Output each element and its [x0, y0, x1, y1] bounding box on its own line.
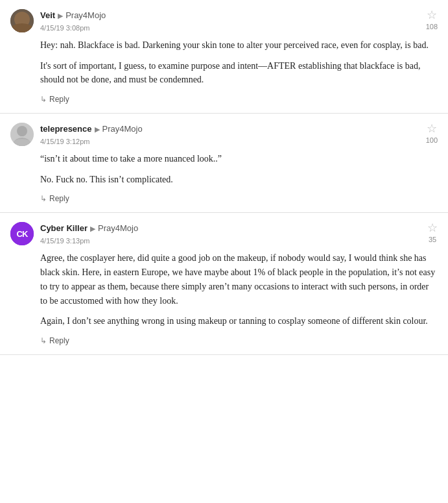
star-area: ☆108 — [426, 9, 438, 32]
comment-2: CK Cyber Killer▶Pray4Mojo4/15/19 3:13pm☆… — [0, 213, 448, 354]
star-area: ☆35 — [427, 222, 438, 245]
star-count: 35 — [429, 234, 436, 245]
reply-to-user[interactable]: Pray4Mojo — [98, 222, 138, 235]
reply-button[interactable]: ↳Reply — [40, 335, 69, 347]
reply-to-arrow-icon: ▶ — [58, 10, 63, 21]
reply-button[interactable]: ↳Reply — [40, 93, 69, 105]
reply-to-user[interactable]: Pray4Mojo — [102, 123, 143, 136]
user-info: Cyber Killer▶Pray4Mojo4/15/19 3:13pm — [40, 222, 427, 246]
comment-paragraph: Again, I don’t see anything wrong in usi… — [40, 314, 438, 328]
star-count: 100 — [426, 135, 438, 146]
comment-text: Agree, the cosplayer here, did quite a g… — [40, 251, 438, 328]
username[interactable]: Cyber Killer — [40, 222, 88, 235]
avatar — [10, 123, 34, 146]
comment-body: “isn’t it about time to take a more nuan… — [40, 152, 438, 204]
star-icon[interactable]: ☆ — [427, 222, 438, 234]
svg-point-1 — [17, 13, 27, 23]
comment-header: CK Cyber Killer▶Pray4Mojo4/15/19 3:13pm☆… — [10, 222, 438, 246]
star-icon[interactable]: ☆ — [427, 123, 437, 134]
username[interactable]: telepresence — [40, 123, 92, 136]
reply-arrow-icon: ↳ — [40, 193, 47, 204]
comment-text: “isn’t it about time to take a more nuan… — [40, 152, 438, 186]
comment-paragraph: Agree, the cosplayer here, did quite a g… — [40, 251, 438, 308]
avatar — [10, 9, 34, 32]
reply-label: Reply — [49, 93, 69, 105]
reply-button[interactable]: ↳Reply — [40, 193, 69, 204]
comment-body: Hey: nah. Blackface is bad. Darkening yo… — [40, 38, 438, 105]
timestamp: 4/15/19 3:08pm — [40, 23, 426, 34]
svg-point-2 — [13, 23, 31, 32]
user-info: Veit▶Pray4Mojo4/15/19 3:08pm — [40, 9, 426, 33]
comment-0: Veit▶Pray4Mojo4/15/19 3:08pm☆108Hey: nah… — [0, 0, 448, 114]
user-info: telepresence▶Pray4Mojo4/15/19 3:12pm — [40, 123, 426, 147]
timestamp: 4/15/19 3:13pm — [40, 236, 427, 247]
comment-text: Hey: nah. Blackface is bad. Darkening yo… — [40, 38, 438, 87]
comment-paragraph: It's sort of important, I guess, to exam… — [40, 59, 438, 87]
comment-paragraph: Hey: nah. Blackface is bad. Darkening yo… — [40, 38, 438, 53]
comment-body: Agree, the cosplayer here, did quite a g… — [40, 251, 438, 346]
reply-to-user[interactable]: Pray4Mojo — [65, 9, 106, 22]
reply-to-arrow-icon: ▶ — [90, 223, 95, 234]
comment-1: telepresence▶Pray4Mojo4/15/19 3:12pm☆100… — [0, 114, 448, 213]
reply-label: Reply — [49, 193, 69, 204]
comment-paragraph: “isn’t it about time to take a more nuan… — [40, 152, 438, 166]
avatar: CK — [10, 222, 34, 245]
reply-to-arrow-icon: ▶ — [95, 124, 100, 135]
star-count: 108 — [426, 21, 438, 32]
svg-text:CK: CK — [17, 229, 29, 239]
reply-arrow-icon: ↳ — [40, 93, 47, 105]
svg-point-4 — [18, 127, 27, 136]
svg-point-0 — [10, 9, 34, 32]
svg-point-3 — [10, 123, 34, 146]
username[interactable]: Veit — [40, 9, 55, 22]
star-area: ☆100 — [426, 123, 438, 146]
reply-label: Reply — [49, 335, 69, 347]
comment-header: telepresence▶Pray4Mojo4/15/19 3:12pm☆100 — [10, 123, 438, 147]
comment-header: Veit▶Pray4Mojo4/15/19 3:08pm☆108 — [10, 9, 438, 33]
comment-section: Veit▶Pray4Mojo4/15/19 3:08pm☆108Hey: nah… — [0, 0, 448, 355]
star-icon[interactable]: ☆ — [427, 9, 437, 21]
comment-paragraph: No. Fuck no. This isn’t complicated. — [40, 173, 438, 187]
timestamp: 4/15/19 3:12pm — [40, 136, 426, 147]
reply-arrow-icon: ↳ — [40, 335, 47, 347]
